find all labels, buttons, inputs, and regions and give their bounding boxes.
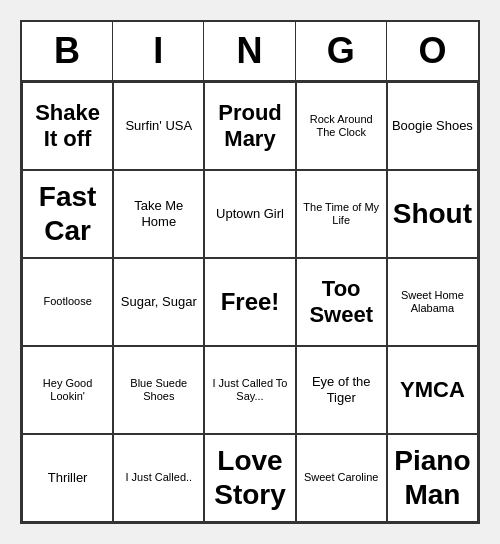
bingo-grid: Shake It offSurfin' USAProud MaryRock Ar…	[22, 82, 478, 522]
bingo-cell-8[interactable]: The Time of My Life	[296, 170, 387, 258]
bingo-cell-1[interactable]: Surfin' USA	[113, 82, 204, 170]
bingo-cell-21[interactable]: I Just Called..	[113, 434, 204, 522]
bingo-cell-24[interactable]: Piano Man	[387, 434, 478, 522]
bingo-header: BINGO	[22, 22, 478, 82]
bingo-letter-o: O	[387, 22, 478, 80]
bingo-letter-g: G	[296, 22, 387, 80]
bingo-cell-12[interactable]: Free!	[204, 258, 295, 346]
bingo-cell-10[interactable]: Footloose	[22, 258, 113, 346]
bingo-letter-b: B	[22, 22, 113, 80]
bingo-cell-11[interactable]: Sugar, Sugar	[113, 258, 204, 346]
bingo-cell-23[interactable]: Sweet Caroline	[296, 434, 387, 522]
bingo-cell-16[interactable]: Blue Suede Shoes	[113, 346, 204, 434]
bingo-cell-0[interactable]: Shake It off	[22, 82, 113, 170]
bingo-cell-15[interactable]: Hey Good Lookin'	[22, 346, 113, 434]
bingo-cell-20[interactable]: Thriller	[22, 434, 113, 522]
bingo-cell-3[interactable]: Rock Around The Clock	[296, 82, 387, 170]
bingo-cell-18[interactable]: Eye of the Tiger	[296, 346, 387, 434]
bingo-cell-5[interactable]: Fast Car	[22, 170, 113, 258]
bingo-cell-17[interactable]: I Just Called To Say...	[204, 346, 295, 434]
bingo-cell-6[interactable]: Take Me Home	[113, 170, 204, 258]
bingo-cell-4[interactable]: Boogie Shoes	[387, 82, 478, 170]
bingo-cell-22[interactable]: Love Story	[204, 434, 295, 522]
bingo-cell-13[interactable]: Too Sweet	[296, 258, 387, 346]
bingo-cell-9[interactable]: Shout	[387, 170, 478, 258]
bingo-letter-n: N	[204, 22, 295, 80]
bingo-card: BINGO Shake It offSurfin' USAProud MaryR…	[20, 20, 480, 524]
bingo-cell-2[interactable]: Proud Mary	[204, 82, 295, 170]
bingo-cell-19[interactable]: YMCA	[387, 346, 478, 434]
bingo-letter-i: I	[113, 22, 204, 80]
bingo-cell-14[interactable]: Sweet Home Alabama	[387, 258, 478, 346]
bingo-cell-7[interactable]: Uptown Girl	[204, 170, 295, 258]
